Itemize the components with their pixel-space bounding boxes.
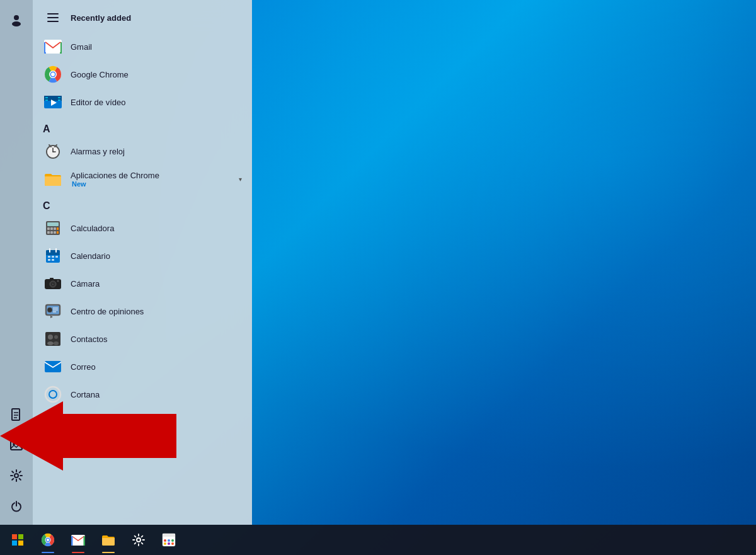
taskbar-chrome[interactable]	[34, 526, 62, 554]
svg-point-8	[14, 474, 18, 478]
svg-rect-46	[52, 256, 54, 258]
svg-rect-48	[48, 259, 50, 261]
svg-rect-49	[52, 259, 54, 261]
calendario-icon	[43, 246, 63, 266]
svg-rect-88	[71, 536, 73, 546]
svg-point-95	[171, 539, 174, 542]
sidebar-settings-icon[interactable]	[3, 462, 30, 489]
svg-point-65	[47, 341, 54, 345]
sidebar-power-icon[interactable]	[3, 492, 30, 520]
sidebar-document-icon[interactable]	[3, 401, 30, 429]
svg-rect-38	[54, 231, 56, 234]
app-name-calculadora: Calculadora	[71, 224, 114, 233]
section-c: C	[33, 193, 252, 214]
svg-point-66	[54, 335, 58, 339]
svg-rect-22	[58, 97, 60, 98]
app-item-chrome[interactable]: Google Chrome	[33, 60, 252, 88]
app-item-gmail[interactable]: Gmail	[33, 33, 252, 60]
svg-point-1	[12, 21, 21, 26]
start-sidebar	[0, 0, 33, 525]
app-item-correo[interactable]: Correo	[33, 353, 252, 380]
app-name-gmail: Gmail	[71, 42, 92, 52]
svg-rect-20	[45, 97, 48, 98]
app-item-tiempo[interactable]: El Tiempo	[33, 436, 252, 464]
video-editor-icon	[43, 92, 63, 112]
svg-point-98	[171, 542, 174, 545]
svg-rect-23	[58, 100, 60, 101]
chrome-icon	[43, 64, 63, 84]
app-item-alarmas[interactable]: Alarmas y reloj	[33, 137, 252, 165]
start-main-list: Recently added Gmail	[33, 0, 252, 525]
svg-rect-54	[50, 278, 54, 280]
svg-rect-45	[48, 256, 50, 258]
app-item-calculadora[interactable]: Calculadora	[33, 214, 252, 242]
sidebar-user-icon[interactable]	[3, 6, 30, 34]
app-item-movies[interactable]: Ne...	[33, 408, 252, 436]
svg-point-55	[57, 280, 59, 282]
svg-rect-80	[18, 534, 23, 539]
taskbar-settings[interactable]	[125, 526, 152, 554]
contactos-icon	[43, 329, 63, 349]
start-button[interactable]	[4, 526, 32, 554]
svg-rect-92	[163, 534, 175, 537]
svg-rect-79	[12, 534, 17, 539]
svg-point-86	[47, 539, 49, 541]
app-name-cortana: Cortana	[71, 390, 100, 399]
taskbar	[0, 525, 756, 555]
taskbar-gmail[interactable]	[64, 526, 92, 554]
svg-rect-68	[45, 361, 61, 372]
app-item-cortana[interactable]: Cortana	[33, 380, 252, 408]
svg-point-59	[48, 308, 52, 312]
svg-rect-74	[45, 426, 60, 428]
hamburger-button[interactable]	[43, 8, 63, 28]
recently-added-label: Recently added	[71, 13, 131, 23]
svg-point-71	[49, 391, 57, 398]
app-item-contactos[interactable]: Contactos	[33, 325, 252, 353]
svg-point-16	[51, 72, 55, 76]
app-item-camara[interactable]: Cámara	[33, 270, 252, 297]
movies-icon	[43, 412, 63, 432]
taskbar-paint[interactable]	[155, 526, 183, 554]
svg-rect-35	[57, 227, 59, 230]
svg-rect-73	[45, 416, 60, 418]
svg-rect-21	[45, 100, 48, 101]
app-name-alarmas: Alarmas y reloj	[71, 147, 125, 156]
svg-rect-6	[11, 441, 22, 450]
app-item-centro[interactable]: Centro de opiniones	[33, 297, 252, 325]
app-name-movies: Ne...	[71, 418, 88, 427]
hamburger-line	[47, 13, 59, 14]
correo-icon	[43, 357, 63, 377]
camara-icon	[43, 273, 63, 294]
svg-rect-42	[46, 253, 60, 255]
chrome-folder-icon	[43, 169, 63, 189]
app-name-centro: Centro de opiniones	[71, 307, 144, 316]
svg-rect-34	[54, 227, 56, 230]
svg-rect-82	[18, 541, 23, 546]
tiempo-icon	[43, 440, 63, 460]
app-name-contactos: Contactos	[71, 335, 108, 344]
app-name-chrome-apps: Aplicaciones de Chrome	[71, 171, 159, 180]
taskbar-explorer[interactable]	[94, 526, 122, 554]
alarmas-icon	[43, 141, 63, 161]
svg-point-67	[54, 341, 59, 345]
app-name-video-editor: Editor de vídeo	[71, 98, 125, 107]
app-item-chrome-apps[interactable]: Aplicaciones de Chrome New ▾	[33, 165, 252, 193]
svg-point-96	[164, 542, 166, 545]
calculadora-icon	[43, 218, 63, 238]
svg-point-64	[48, 335, 53, 340]
svg-point-0	[14, 15, 19, 20]
svg-rect-37	[50, 231, 53, 234]
chrome-apps-badge: New	[72, 180, 159, 188]
app-item-calendario[interactable]: Calendario	[33, 242, 252, 270]
app-name-tiempo: El Tiempo	[71, 445, 107, 455]
svg-point-93	[164, 539, 166, 542]
sidebar-pictures-icon[interactable]	[3, 432, 30, 459]
app-item-video-editor[interactable]: Editor de vídeo	[33, 88, 252, 116]
svg-rect-2	[12, 409, 20, 420]
desktop: Recently added Gmail	[0, 0, 756, 555]
app-name-calendario: Calendario	[71, 251, 110, 261]
svg-rect-89	[84, 536, 86, 546]
svg-point-97	[168, 542, 170, 545]
svg-rect-47	[55, 256, 58, 258]
svg-rect-32	[47, 227, 50, 230]
